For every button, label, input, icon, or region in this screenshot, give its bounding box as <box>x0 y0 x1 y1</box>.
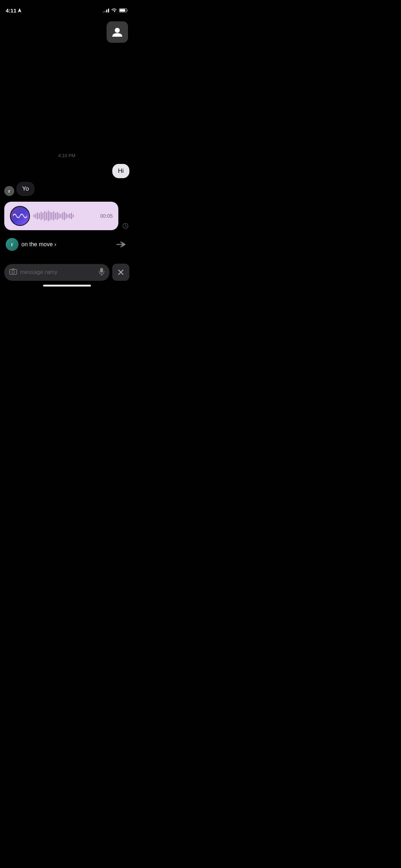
cancel-button[interactable] <box>112 264 129 281</box>
incoming-message-row: r Yo <box>4 182 129 196</box>
svg-point-5 <box>12 270 15 273</box>
message-input-wrap[interactable]: message ramy <box>4 264 109 281</box>
waveform-icon <box>13 211 27 221</box>
chat-area: 4:10 PM Hi r Yo <box>0 153 134 254</box>
status-icons <box>103 8 128 12</box>
incoming-text-bubble: Yo <box>16 182 35 196</box>
svg-rect-4 <box>10 269 17 274</box>
message-input-placeholder[interactable]: message ramy <box>20 269 96 275</box>
svg-rect-1 <box>120 9 125 12</box>
person-icon <box>111 26 123 38</box>
voice-status-icon <box>123 223 128 230</box>
home-indicator <box>43 285 91 286</box>
audio-waveform <box>34 211 97 221</box>
outgoing-bubble: Hi <box>112 164 129 178</box>
svg-rect-6 <box>12 269 15 270</box>
status-bar: 4:11 <box>0 0 134 16</box>
message-timestamp: 4:10 PM <box>4 153 129 158</box>
camera-icon <box>9 268 17 277</box>
close-icon <box>118 269 124 275</box>
notification-text: on the move › <box>21 241 56 248</box>
outgoing-message: Hi <box>4 164 129 178</box>
profile-button[interactable] <box>107 21 128 43</box>
battery-icon <box>119 8 128 12</box>
forward-button[interactable] <box>115 238 128 251</box>
notification-left: r on the move › <box>6 238 56 251</box>
notification-avatar: r <box>6 238 19 251</box>
time-display: 4:11 <box>6 7 16 14</box>
microphone-icon <box>99 268 104 277</box>
voice-message-container: 00:05 <box>4 202 129 230</box>
svg-rect-7 <box>100 268 103 273</box>
voice-bubble[interactable]: 00:05 <box>4 202 118 230</box>
input-area: message ramy <box>0 264 134 281</box>
notification-row: r on the move › <box>4 235 129 254</box>
navigation-icon <box>18 8 21 12</box>
voice-duration: 00:05 <box>100 213 113 219</box>
signal-icon <box>103 8 109 12</box>
forward-icon <box>117 241 127 248</box>
svg-point-2 <box>115 28 120 33</box>
sender-avatar-small: r <box>4 186 14 196</box>
wifi-icon <box>111 8 117 12</box>
voice-avatar <box>10 206 30 226</box>
status-time: 4:11 <box>6 7 21 14</box>
